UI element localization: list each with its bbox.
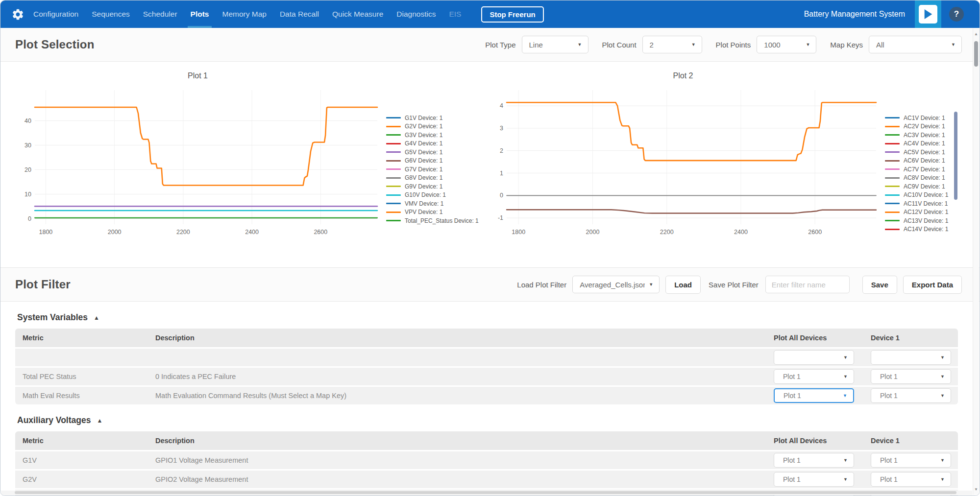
chart-plot-2: 18002000220024002600-101234 (487, 85, 879, 238)
nav-item-diagnostics[interactable]: Diagnostics (396, 0, 436, 28)
plot-type-dropdown[interactable]: Line▼ (522, 36, 588, 53)
load-button[interactable]: Load (665, 276, 701, 294)
plot-type-dropdown-value: Line (529, 41, 574, 49)
plot-points-dropdown[interactable]: 1000▼ (757, 36, 816, 53)
device-1-dropdown[interactable]: ▼ (871, 350, 951, 365)
load-filter-dropdown[interactable]: Averaged_Cells.json ▼ (572, 276, 660, 293)
plot-all-devices-dropdown[interactable]: Plot 1▼ (774, 388, 854, 403)
section-header-system-variables[interactable]: System Variables▲ (17, 312, 958, 323)
legend-item-ac12v-device-1[interactable]: AC12V Device: 1 (885, 208, 957, 217)
legend-line-swatch (386, 160, 401, 162)
legend-item-g8v-device-1[interactable]: G8V Device: 1 (386, 174, 478, 183)
legend-label: AC9V Device: 1 (904, 183, 945, 190)
legend-item-ac1v-device-1[interactable]: AC1V Device: 1 (885, 114, 957, 122)
nav-item-memory-map[interactable]: Memory Map (222, 0, 266, 28)
legend-line-swatch (386, 212, 401, 213)
device-1-dropdown[interactable]: Plot 1▼ (871, 388, 951, 403)
legend-line-swatch (885, 126, 900, 127)
stop-freerun-button[interactable]: Stop Freerun (481, 6, 543, 23)
section-header-auxiliary-voltages[interactable]: Auxiliary Voltages▲ (17, 415, 958, 425)
plot-all-devices-dropdown[interactable]: Plot 1▼ (774, 453, 854, 468)
legend-item-g6v-device-1[interactable]: G6V Device: 1 (386, 157, 478, 165)
legend-item-ac6v-device-1[interactable]: AC6V Device: 1 (885, 157, 957, 165)
legend-item-ac13v-device-1[interactable]: AC13V Device: 1 (885, 216, 957, 225)
map-keys-dropdown[interactable]: All▼ (869, 36, 962, 53)
scroll-up-icon[interactable]: ▲ (973, 32, 979, 36)
nav-item-sequences[interactable]: Sequences (92, 0, 130, 28)
table-row-total-pec-status: Total PEC Status0 Indicates a PEC Failur… (15, 368, 958, 385)
legend-item-vmv-device-1[interactable]: VMV Device: 1 (386, 199, 478, 208)
filter-name-input[interactable] (765, 276, 850, 293)
legend-item-g1v-device-1[interactable]: G1V Device: 1 (386, 114, 478, 122)
legend-label: AC1V Device: 1 (904, 115, 945, 121)
legend-label: AC12V Device: 1 (904, 209, 948, 215)
nav-item-quick-measure[interactable]: Quick Measure (332, 0, 383, 28)
legend-item-ac7v-device-1[interactable]: AC7V Device: 1 (885, 165, 957, 174)
legend-label: G10V Device: 1 (405, 191, 446, 198)
legend-line-swatch (386, 194, 401, 196)
legend-plot-2: AC1V Device: 1AC2V Device: 1AC3V Device:… (879, 69, 957, 267)
legend-item-g5v-device-1[interactable]: G5V Device: 1 (386, 148, 478, 157)
collapse-icon[interactable]: ▲ (97, 417, 102, 424)
legend-item-g10v-device-1[interactable]: G10V Device: 1 (386, 191, 478, 200)
legend-item-vpv-device-1[interactable]: VPV Device: 1 (386, 208, 478, 217)
settings-gear-icon[interactable] (11, 8, 24, 21)
legend-line-swatch (386, 117, 401, 118)
legend-item-ac3v-device-1[interactable]: AC3V Device: 1 (885, 131, 957, 140)
legend-item-ac11v-device-1[interactable]: AC11V Device: 1 (885, 199, 957, 208)
plot-count-label: Plot Count (602, 41, 637, 49)
device-1-dropdown[interactable]: Plot 1▼ (871, 369, 951, 384)
legend-item-g9v-device-1[interactable]: G9V Device: 1 (386, 182, 478, 191)
legend-item-ac8v-device-1[interactable]: AC8V Device: 1 (885, 174, 957, 183)
legend-item-ac14v-device-1[interactable]: AC14V Device: 1 (885, 225, 957, 234)
vertical-scrollbar-thumb[interactable] (974, 41, 978, 67)
play-button[interactable] (915, 0, 941, 28)
legend-item-g4v-device-1[interactable]: G4V Device: 1 (386, 140, 478, 148)
description-cell: 0 Indicates a PEC Failure (155, 373, 774, 380)
plot-all-devices-dropdown-value: Plot 1 (782, 392, 839, 400)
svg-text:2200: 2200 (176, 229, 190, 236)
legend-item-g7v-device-1[interactable]: G7V Device: 1 (386, 165, 478, 174)
legend-scrollbar[interactable] (954, 112, 957, 200)
legend-label: AC11V Device: 1 (904, 200, 948, 207)
description-cell: Math Evaluation Command Results (Must Se… (155, 392, 774, 400)
legend-item-g3v-device-1[interactable]: G3V Device: 1 (386, 131, 478, 140)
nav-item-plots[interactable]: Plots (191, 0, 209, 28)
legend-item-g2v-device-1[interactable]: G2V Device: 1 (386, 122, 478, 131)
plot-all-devices-dropdown[interactable]: ▼ (774, 350, 854, 365)
scroll-down-icon[interactable]: ▼ (973, 487, 979, 492)
legend-item-ac10v-device-1[interactable]: AC10V Device: 1 (885, 191, 957, 200)
plot-count-dropdown[interactable]: 2▼ (642, 36, 702, 53)
section-title: Auxiliary Voltages (17, 415, 91, 425)
legend-item-total-pec-status-device-1[interactable]: Total_PEC_Status Device: 1 (386, 216, 478, 225)
legend-item-ac5v-device-1[interactable]: AC5V Device: 1 (885, 148, 957, 157)
device-1-dropdown[interactable]: Plot 1▼ (871, 453, 951, 468)
column-header-plot-all-devices: Plot All Devices (774, 437, 871, 445)
plot-all-devices-dropdown[interactable]: Plot 1▼ (774, 369, 854, 384)
vertical-scrollbar[interactable]: ▲ ▼ (973, 28, 979, 495)
horizontal-scrollbar-thumb[interactable] (15, 491, 956, 494)
plot-area: Plot 118002000220024002600010203040 (15, 69, 380, 267)
legend-item-ac4v-device-1[interactable]: AC4V Device: 1 (885, 140, 957, 148)
collapse-icon[interactable]: ▲ (94, 314, 99, 321)
nav-item-configuration[interactable]: Configuration (33, 0, 78, 28)
save-button[interactable]: Save (862, 276, 897, 294)
legend-line-swatch (885, 203, 900, 204)
device-1-dropdown[interactable]: Plot 1▼ (871, 472, 951, 487)
plot-selection-controls: Plot TypeLine▼Plot Count2▼Plot Points100… (471, 36, 962, 53)
control-plot-type: Plot TypeLine▼ (485, 36, 588, 53)
legend-item-ac2v-device-1[interactable]: AC2V Device: 1 (885, 122, 957, 131)
legend-label: AC6V Device: 1 (904, 157, 945, 164)
horizontal-scrollbar[interactable] (1, 491, 972, 495)
export-data-button[interactable]: Export Data (903, 276, 962, 294)
plot-all-devices-dropdown[interactable]: Plot 1▼ (774, 472, 854, 487)
legend-label: G9V Device: 1 (405, 183, 442, 190)
chevron-down-icon: ▼ (940, 374, 945, 379)
nav-item-scheduler[interactable]: Scheduler (143, 0, 177, 28)
legend-item-ac9v-device-1[interactable]: AC9V Device: 1 (885, 182, 957, 191)
plot-group-plot-1: Plot 118002000220024002600010203040G1V D… (0, 69, 478, 267)
legend-line-swatch (885, 134, 900, 136)
help-icon[interactable]: ? (949, 7, 964, 22)
nav-item-data-recall[interactable]: Data Recall (280, 0, 319, 28)
legend-line-swatch (386, 168, 401, 170)
